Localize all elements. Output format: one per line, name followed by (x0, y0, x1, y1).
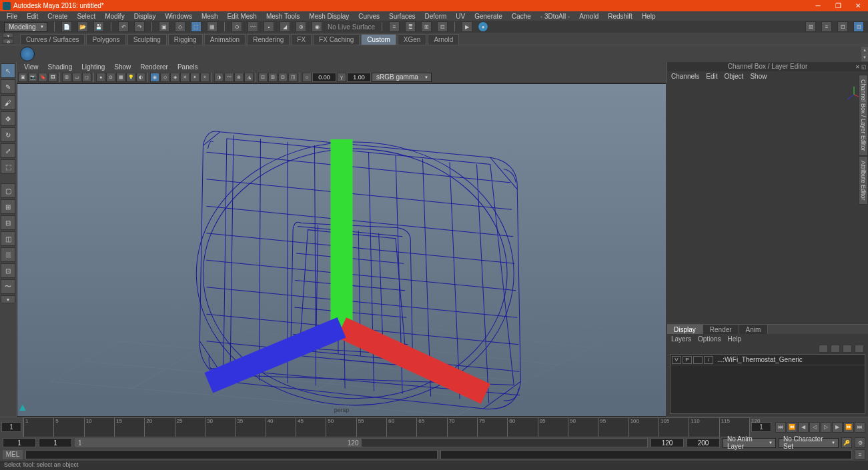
menu-cache[interactable]: Cache (508, 13, 535, 20)
close-button[interactable]: ✕ (848, 0, 868, 11)
shelf-edit-icon[interactable]: ⚙ (3, 39, 13, 44)
snap-curve-icon[interactable]: 〰 (248, 21, 258, 32)
vp-select-icon[interactable]: ▣ (18, 73, 27, 82)
layer-tab-render[interactable]: Render (703, 325, 739, 334)
layer-vis[interactable]: V (672, 356, 681, 364)
vp-light3-icon[interactable]: ✦ (190, 73, 199, 82)
cmd-input[interactable] (25, 450, 438, 459)
exposure-input[interactable]: 0.00 (312, 73, 336, 82)
scale-tool[interactable]: ⤢ (1, 143, 15, 158)
time-current-start[interactable]: 1 (1, 422, 21, 432)
lasso-tool[interactable]: ✎ (1, 79, 15, 94)
play-back-icon[interactable]: ◁ (809, 422, 820, 433)
shelf-tab-fx-caching[interactable]: FX Caching (313, 34, 360, 45)
shelf-tab-rendering[interactable]: Rendering (247, 34, 290, 45)
save-scene-icon[interactable]: 💾 (93, 21, 104, 32)
channel-menu-object[interactable]: Object (725, 73, 744, 80)
history4-icon[interactable]: ⊟ (437, 21, 448, 32)
menu--3dtoall-[interactable]: - 3DtoAll - (536, 13, 574, 20)
last-tool[interactable]: ⬚ (1, 159, 15, 174)
history-icon[interactable]: ≡ (389, 21, 400, 32)
select-icon[interactable]: ▦ (207, 21, 218, 32)
lasso-icon[interactable]: ◇ (175, 21, 185, 32)
vp-tex-icon[interactable]: ▦ (116, 73, 125, 82)
range-end[interactable] (650, 438, 684, 447)
shelf-tab-curves-surfaces[interactable]: Curves / Surfaces (20, 34, 85, 45)
colorspace-dropdown[interactable]: sRGB gamma (372, 73, 432, 82)
vp-xray2-icon[interactable]: ◈ (170, 73, 179, 82)
vp-snap2-icon[interactable]: ⊞ (268, 73, 278, 82)
snap-center-icon[interactable]: ⊕ (296, 21, 306, 32)
menu-modify[interactable]: Modify (101, 13, 128, 20)
layout-outliner[interactable]: ☰ (1, 247, 15, 262)
panel-menu-view[interactable]: View (21, 63, 42, 71)
vp-shadow-icon[interactable]: ◐ (136, 73, 145, 82)
snap-grid-icon[interactable]: ⊙ (232, 21, 242, 32)
new-scene-icon[interactable]: 📄 (61, 21, 72, 32)
render-icon[interactable]: ▶ (462, 21, 472, 32)
layer-btn2-icon[interactable] (831, 345, 840, 353)
menu-edit-mesh[interactable]: Edit Mesh (223, 13, 260, 20)
maximize-button[interactable]: ❐ (828, 0, 848, 11)
shelf-tab-custom[interactable]: Custom (361, 34, 396, 45)
shelf-tab-sculpting[interactable]: Sculpting (127, 34, 167, 45)
menu-create[interactable]: Create (43, 13, 71, 20)
menu-select[interactable]: Select (73, 13, 99, 20)
panel-menu-renderer[interactable]: Renderer (137, 63, 171, 71)
history3-icon[interactable]: ⊞ (421, 21, 432, 32)
vp-aa-icon[interactable]: ◮ (244, 73, 254, 82)
step-fwd-icon[interactable]: ▶ (832, 422, 843, 433)
layout-persp[interactable]: ⊡ (1, 263, 15, 278)
layer-menu-help[interactable]: Help (727, 335, 741, 343)
vp-isolate-icon[interactable]: ◉ (150, 73, 159, 82)
vp-light4-icon[interactable]: ✧ (200, 73, 209, 82)
layout-graph[interactable]: 〜 (1, 279, 15, 294)
layer-menu-options[interactable]: Options (698, 335, 721, 343)
vp-dof-icon[interactable]: ⊚ (234, 73, 244, 82)
layout-two-h[interactable]: ⊟ (1, 215, 15, 230)
shelf-tab-fx[interactable]: FX (291, 34, 312, 45)
vp-light2-icon[interactable]: ☀ (180, 73, 189, 82)
select-tool[interactable]: ↖ (1, 63, 15, 78)
layout-more[interactable]: ▾ (1, 295, 15, 303)
goto-start-icon[interactable]: ⏮ (775, 422, 786, 433)
menu-file[interactable]: File (3, 13, 21, 20)
layer-tab-display[interactable]: Display (667, 325, 703, 334)
shelf-menu-icon[interactable]: ▾ (3, 33, 13, 38)
paint-tool[interactable]: 🖌 (1, 95, 15, 110)
channel-menu-channels[interactable]: Channels (671, 73, 699, 80)
menu-redshift[interactable]: Redshift (604, 13, 636, 20)
menu-surfaces[interactable]: Surfaces (385, 13, 419, 20)
vp-gate-icon[interactable]: ◻ (82, 73, 91, 82)
gamma-input[interactable]: 1.00 (347, 73, 371, 82)
vp-snap1-icon[interactable]: ⊡ (258, 73, 268, 82)
step-fwd-key-icon[interactable]: ⏩ (843, 422, 854, 433)
layout-two-v[interactable]: ◫ (1, 231, 15, 246)
shelf-tab-arnold[interactable]: Arnold (428, 34, 459, 45)
vp-grid-icon[interactable]: ⊞ (62, 73, 71, 82)
layer-type[interactable]: / (704, 356, 713, 364)
layout-single[interactable]: ▢ (1, 183, 15, 198)
open-scene-icon[interactable]: 📂 (77, 21, 88, 32)
shelf-item-sphere[interactable] (20, 47, 35, 61)
workspace-dropdown[interactable]: Modeling (4, 22, 47, 32)
autokey-icon[interactable]: 🔑 (841, 437, 852, 448)
play-fwd-icon[interactable]: ▷ (821, 422, 831, 433)
anim-layer-dropdown[interactable]: No Anim Layer (723, 438, 776, 448)
menu-generate[interactable]: Generate (470, 13, 506, 20)
prefs-icon[interactable]: ⚙ (855, 437, 865, 448)
shelf-tab-polygons[interactable]: Polygons (86, 34, 125, 45)
vp-motion-icon[interactable]: 〰 (224, 73, 234, 82)
panel-menu-lighting[interactable]: Lighting (78, 63, 108, 71)
step-back-icon[interactable]: ◀ (798, 422, 809, 433)
time-ticks[interactable]: 1510152025303540455055606570758085909510… (23, 417, 750, 437)
vp-gamma-icon[interactable]: γ (337, 73, 346, 82)
vp-shade-icon[interactable]: ● (96, 73, 105, 82)
shelf-scroll[interactable]: ▲▼ (861, 47, 868, 61)
paint-select-icon[interactable]: ⬚ (191, 21, 201, 32)
menu-mesh-tools[interactable]: Mesh Tools (262, 13, 304, 20)
shelf-tab-animation[interactable]: Animation (204, 34, 246, 45)
panel-menu-shading[interactable]: Shading (45, 63, 76, 71)
side-tab-channelbox[interactable]: Channel Box / Layer Editor (859, 75, 868, 156)
menu-mesh[interactable]: Mesh (197, 13, 222, 20)
